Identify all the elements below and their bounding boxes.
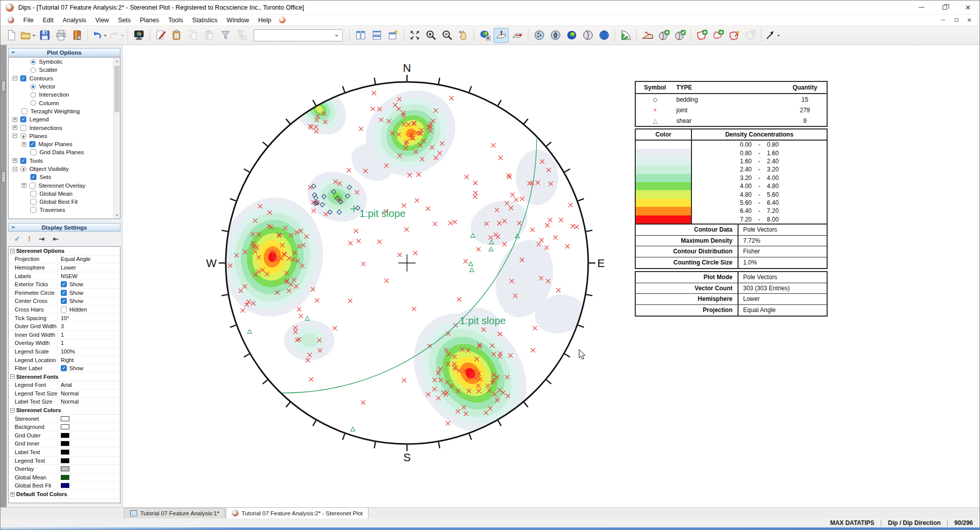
collapse-box-icon[interactable]: − — [13, 167, 17, 171]
import-settings-icon[interactable]: ⇤ — [53, 235, 59, 243]
redo-button-dropdown[interactable] — [121, 35, 124, 38]
add-set-window-button[interactable] — [694, 28, 709, 43]
checkbox-icon[interactable]: ✓ — [61, 298, 67, 304]
zoom-out-button[interactable] — [439, 28, 455, 43]
prop-row-stereonet[interactable]: Stereonet — [9, 415, 120, 423]
set-wizard-button[interactable] — [726, 28, 742, 43]
color-swatch[interactable] — [61, 441, 69, 446]
prop-row-legend-scale[interactable]: Legend Scale100% — [9, 347, 120, 356]
filter-combobox[interactable] — [254, 29, 343, 41]
pan-button[interactable] — [456, 28, 471, 43]
prop-row-tick-spacing[interactable]: Tick Spacing10° — [9, 314, 120, 323]
color-swatch[interactable] — [61, 458, 69, 463]
tile-horizontal-button[interactable] — [369, 28, 384, 43]
tree-item-vector[interactable]: Vector — [9, 82, 120, 91]
tree-item-scatter[interactable]: Scatter — [9, 66, 120, 74]
prop-group-stereonet-fonts[interactable]: −Stereonet Fonts — [9, 373, 120, 381]
plot-options-header[interactable]: Plot Options — [8, 48, 120, 57]
collapse-box-icon[interactable]: − — [10, 249, 15, 253]
expand-box-icon[interactable]: + — [13, 125, 17, 130]
tree-item-tools[interactable]: +✓Tools — [9, 157, 120, 165]
tree-item-intersection[interactable]: Intersection — [9, 91, 120, 99]
menu-file[interactable]: File — [19, 15, 38, 25]
filter-apply-button[interactable] — [234, 28, 249, 43]
expand-box-icon[interactable]: + — [13, 158, 17, 163]
child-close-button[interactable]: ✕ — [963, 16, 975, 25]
checkbox-icon[interactable]: ✓ — [61, 365, 67, 371]
new-file-button[interactable] — [4, 28, 19, 43]
prop-row-projection[interactable]: ProjectionEqual Angle — [9, 255, 120, 264]
prop-row-legend-location[interactable]: Legend LocationRight — [9, 356, 120, 365]
checkbox-icon[interactable] — [29, 183, 35, 189]
radio-icon[interactable] — [30, 92, 36, 98]
options-arrow-icon[interactable] — [20, 166, 26, 172]
edit-set-button[interactable] — [743, 28, 758, 43]
overlay-globe-button[interactable] — [596, 28, 611, 43]
scroll-up-icon[interactable]: ▲ — [114, 58, 120, 64]
paste-button[interactable] — [201, 28, 217, 43]
color-swatch[interactable] — [61, 416, 69, 421]
menu-help[interactable]: Help — [254, 15, 276, 25]
color-swatch[interactable] — [61, 433, 69, 438]
undo-button-dropdown[interactable] — [104, 35, 107, 38]
major-planes-button[interactable] — [580, 28, 595, 43]
checkbox-icon[interactable] — [20, 125, 26, 131]
radio-icon[interactable] — [30, 59, 36, 65]
color-swatch[interactable] — [61, 483, 69, 488]
tree-item-contours[interactable]: −✓Contours — [9, 74, 120, 82]
color-swatch[interactable] — [61, 424, 69, 429]
dip-vector-plot-button[interactable] — [510, 28, 525, 43]
tree-item-object-visibility[interactable]: −Object Visibility — [9, 165, 120, 173]
prop-row-grid-inner[interactable]: Grid Inner — [9, 440, 120, 449]
tree-item-grid-data-planes[interactable]: Grid Data Planes — [9, 148, 120, 156]
prop-row-background[interactable]: Background — [9, 423, 120, 431]
prop-group-stereonet-options[interactable]: −Stereonet Options — [9, 247, 120, 255]
prop-row-inner-grid-width[interactable]: Inner Grid Width1 — [9, 331, 120, 339]
child-restore-button[interactable] — [950, 16, 962, 25]
child-window-icon[interactable] — [8, 17, 14, 23]
tree-item-major-planes[interactable]: +✓Major Planes — [9, 140, 120, 148]
prop-row-outer-grid-width[interactable]: Outer Grid Width3 — [9, 322, 120, 331]
stereonet-zoom-button[interactable] — [477, 28, 493, 43]
rosette-plot-button[interactable] — [618, 28, 633, 43]
radio-icon[interactable] — [30, 84, 36, 90]
display-settings-header[interactable]: Display Settings — [8, 223, 120, 232]
prop-row-hemisphere[interactable]: HemisphereLower — [9, 263, 120, 272]
color-swatch[interactable] — [61, 466, 69, 471]
scrollbar-thumb[interactable] — [114, 66, 119, 112]
prop-row-legend-text-size[interactable]: Legend Text SizeNormal — [9, 389, 120, 398]
open-file-button-dropdown[interactable] — [32, 35, 35, 38]
add-set-freehand-button[interactable] — [710, 28, 725, 43]
checkbox-icon[interactable] — [61, 306, 67, 313]
redo-button[interactable] — [108, 28, 125, 43]
tree-item-stereonet-overlay[interactable]: +Stereonet Overlay — [9, 181, 120, 189]
stereonet-plot-canvas[interactable]: NSEW1:pit slope1:pit slope — [123, 45, 980, 507]
scatter-plot-button[interactable] — [532, 28, 547, 43]
pole-plot-button[interactable] — [494, 28, 509, 43]
edit-planes-button[interactable] — [672, 28, 687, 43]
expand-box-icon[interactable]: + — [22, 142, 26, 147]
query-arrow-button[interactable] — [764, 28, 781, 43]
symbol-plot-button[interactable] — [548, 28, 563, 43]
prop-row-filter-label[interactable]: Filter Label✓Show — [9, 364, 120, 373]
contour-plot-button[interactable] — [564, 28, 579, 43]
prop-row-label-text-size[interactable]: Label Text SizeNormal — [9, 398, 120, 407]
menu-window[interactable]: Window — [222, 15, 254, 25]
expand-box-icon[interactable]: + — [22, 183, 26, 188]
collapse-box-icon[interactable]: − — [10, 374, 15, 379]
tree-item-global-mean[interactable]: Global Mean — [9, 190, 120, 198]
tree-item-global-best-fit[interactable]: Global Best Fit — [9, 198, 120, 206]
menu-analysis[interactable]: Analysis — [58, 15, 91, 25]
color-swatch[interactable] — [61, 450, 69, 455]
tile-vertical-button[interactable] — [353, 28, 368, 43]
tree-item-legend[interactable]: +✓Legend — [9, 115, 120, 123]
checkbox-icon[interactable]: ✓ — [61, 281, 67, 287]
tree-item-column[interactable]: Column — [9, 99, 120, 107]
collapsed-panel-tab[interactable] — [2, 171, 6, 183]
checkbox-icon[interactable] — [30, 199, 36, 205]
paste-append-button[interactable] — [169, 28, 184, 43]
prop-row-global-best-fit[interactable]: Global Best Fit — [9, 482, 120, 491]
scroll-down-icon[interactable]: ▼ — [114, 212, 120, 218]
minimize-button[interactable] — [910, 1, 933, 14]
checkbox-icon[interactable]: ✓ — [20, 158, 26, 164]
